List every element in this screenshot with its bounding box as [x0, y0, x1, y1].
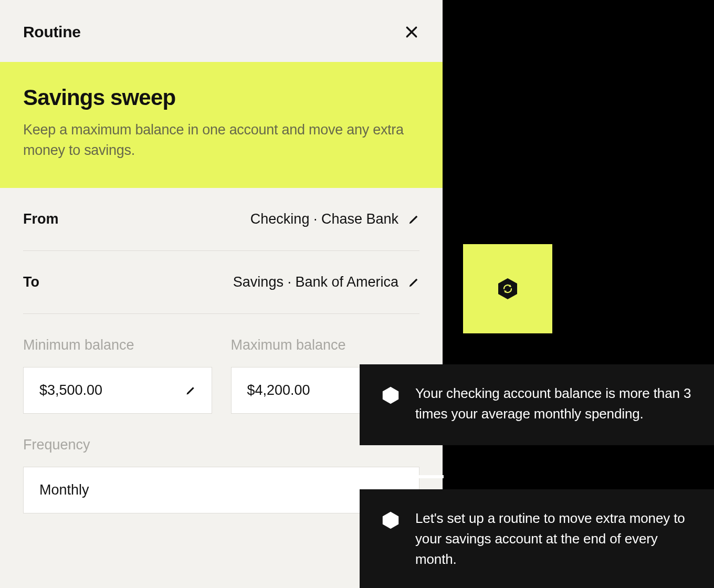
sync-icon [495, 276, 520, 301]
svg-marker-0 [498, 278, 517, 299]
min-balance-input[interactable]: $3,500.00 [23, 367, 212, 414]
banner-title: Savings sweep [23, 85, 419, 110]
from-value: Checking · Chase Bank [250, 211, 398, 227]
edit-min-button[interactable] [185, 385, 196, 396]
panel-header: Routine [0, 0, 443, 62]
from-label: From [23, 211, 59, 227]
min-balance-value: $3,500.00 [39, 382, 102, 398]
close-icon [404, 24, 419, 40]
hexagon-icon [381, 385, 401, 405]
pencil-icon [185, 385, 196, 396]
close-button[interactable] [404, 24, 419, 40]
from-account-row: From Checking · Chase Bank [23, 188, 419, 251]
notification-card-2: Let's set up a routine to move extra mon… [360, 489, 714, 588]
page-title: Routine [23, 23, 81, 41]
hexagon-icon [381, 510, 401, 530]
accent-tile [463, 244, 552, 333]
notification-1-text: Your checking account balance is more th… [415, 383, 693, 424]
svg-marker-3 [383, 387, 398, 404]
frequency-value: Monthly [39, 482, 89, 498]
edit-from-button[interactable] [408, 214, 419, 225]
card-connector [360, 475, 444, 478]
min-balance-field: Minimum balance $3,500.00 [23, 337, 212, 414]
to-value: Savings · Bank of America [233, 274, 398, 290]
to-account-row: To Savings · Bank of America [23, 251, 419, 314]
max-balance-value: $4,200.00 [247, 382, 310, 398]
banner-description: Keep a maximum balance in one account an… [23, 120, 419, 161]
min-balance-label: Minimum balance [23, 337, 212, 353]
edit-to-button[interactable] [408, 277, 419, 288]
banner: Savings sweep Keep a maximum balance in … [0, 62, 443, 188]
to-label: To [23, 274, 39, 290]
max-balance-label: Maximum balance [231, 337, 420, 353]
sync-badge [495, 276, 520, 301]
svg-marker-4 [383, 512, 398, 529]
pencil-icon [408, 214, 419, 225]
pencil-icon [408, 277, 419, 288]
notification-card-1: Your checking account balance is more th… [360, 364, 714, 445]
notification-2-text: Let's set up a routine to move extra mon… [415, 508, 693, 570]
